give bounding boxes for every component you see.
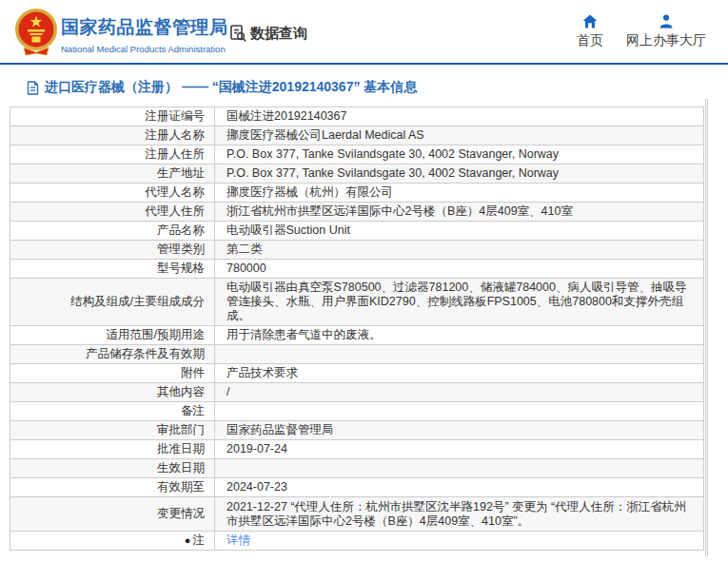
- nav-online-service-hall[interactable]: 网上办事大厅: [620, 14, 712, 49]
- row-value: 挪度医疗器械公司Laerdal Medical AS: [215, 126, 703, 145]
- national-emblem-logo: [14, 8, 58, 57]
- table-row: 适用范围/预期用途用于清除患者气道中的废液。: [10, 326, 703, 345]
- row-value: 780000: [215, 260, 703, 278]
- row-value: 2024-07-23: [215, 478, 703, 496]
- header-divider: [0, 63, 728, 65]
- table-row: 其他内容/: [10, 383, 703, 402]
- table-row: 有效期至2024-07-23: [10, 478, 703, 497]
- info-table: 注册证编号国械注进20192140367注册人名称挪度医疗器械公司Laerdal…: [10, 107, 704, 551]
- row-value: [215, 345, 703, 363]
- row-label: 变更情况: [10, 497, 215, 531]
- table-row: 批准日期2019-07-24: [10, 440, 703, 459]
- row-label: 管理类别: [10, 241, 215, 259]
- nav-hall-label: 网上办事大厅: [626, 32, 706, 49]
- person-icon: [659, 14, 674, 29]
- row-label: 产品储存条件及有效期: [10, 345, 215, 363]
- row-label: 注册人名称: [10, 126, 215, 145]
- data-query-icon: [228, 24, 247, 43]
- table-row: 结构及组成/主要组成成分电动吸引器由真空泵S780500、过滤器781200、储…: [10, 279, 703, 326]
- row-label: 注册证编号: [10, 107, 215, 126]
- row-label: 生效日期: [10, 459, 215, 477]
- row-value: 2021-12-27 “代理人住所：杭州市拱墅区沈半路192号” 变更为 “代理…: [215, 497, 703, 531]
- agency-title-block: 国家药品监督管理局 National Medical Products Admi…: [61, 15, 228, 54]
- table-row: 产品名称电动吸引器Suction Unit: [10, 222, 703, 241]
- table-row: 注册人名称挪度医疗器械公司Laerdal Medical AS: [10, 126, 703, 145]
- data-query-label: 数据查询: [250, 25, 307, 43]
- row-value: /: [215, 383, 703, 401]
- data-query-button[interactable]: 数据查询: [228, 24, 307, 43]
- row-value: 电动吸引器由真空泵S780500、过滤器781200、储液罐784000、病人吸…: [215, 279, 703, 325]
- row-value: 第二类: [215, 241, 703, 259]
- row-value: 详情: [215, 532, 703, 550]
- row-label: 批准日期: [10, 440, 215, 458]
- row-label: 其他内容: [10, 383, 215, 401]
- row-value: [215, 459, 703, 477]
- row-value: 产品技术要求: [215, 364, 703, 382]
- row-value: 国械注进20192140367: [215, 107, 703, 126]
- row-value: 用于清除患者气道中的废液。: [215, 326, 703, 344]
- row-value: P.O. Box 377, Tanke Svilandsgate 30, 400…: [215, 165, 703, 183]
- row-value: 浙江省杭州市拱墅区远洋国际中心2号楼（B座）4层409室、410室: [215, 203, 703, 221]
- row-value: 国家药品监督管理局: [215, 421, 703, 439]
- row-label: 代理人名称: [10, 184, 215, 202]
- row-label: 适用范围/预期用途: [10, 326, 215, 344]
- scrollbar[interactable]: [705, 99, 708, 556]
- table-row: 备注: [10, 402, 703, 421]
- row-label: 审批部门: [10, 421, 215, 439]
- table-row: 产品储存条件及有效期: [10, 345, 703, 364]
- page-title-text: 进口医疗器械（注册） —— “国械注进20192140367” 基本信息: [45, 79, 417, 96]
- nmpa-device-registration-page: 国家药品监督管理局 National Medical Products Admi…: [0, 0, 728, 562]
- table-row: 注册人住所P.O. Box 377, Tanke Svilandsgate 30…: [10, 145, 703, 165]
- row-label: 结构及组成/主要组成成分: [10, 279, 215, 325]
- page-title: 进口医疗器械（注册） —— “国械注进20192140367” 基本信息: [27, 79, 417, 96]
- row-label: 有效期至: [10, 478, 215, 496]
- note-icon: ●: [185, 533, 191, 548]
- row-value: P.O. Box 377, Tanke Svilandsgate 30, 400…: [215, 145, 703, 164]
- row-label: 型号规格: [10, 260, 215, 278]
- table-row: 注册证编号国械注进20192140367: [10, 107, 703, 126]
- table-row: 代理人名称挪度医疗器械（杭州）有限公司: [10, 184, 703, 203]
- agency-name-cn: 国家药品监督管理局: [61, 15, 228, 40]
- table-row: 管理类别第二类: [10, 241, 703, 260]
- row-label: 注册人住所: [10, 145, 215, 164]
- details-link[interactable]: 详情: [226, 533, 250, 548]
- row-label: 备注: [10, 402, 215, 420]
- row-value: [215, 402, 703, 420]
- row-value: 挪度医疗器械（杭州）有限公司: [215, 184, 703, 202]
- table-row: 代理人住所浙江省杭州市拱墅区远洋国际中心2号楼（B座）4层409室、410室: [10, 203, 703, 222]
- table-row: 型号规格780000: [10, 260, 703, 279]
- table-row: 生产地址P.O. Box 377, Tanke Svilandsgate 30,…: [10, 165, 703, 184]
- row-value: 2019-07-24: [215, 440, 703, 458]
- agency-name-en: National Medical Products Administration: [61, 44, 228, 54]
- home-icon: [582, 14, 598, 29]
- table-row: 附件产品技术要求: [10, 364, 703, 383]
- row-label: 产品名称: [10, 222, 215, 240]
- site-header: 国家药品监督管理局 National Medical Products Admi…: [0, 0, 728, 63]
- nav-home[interactable]: 首页: [568, 14, 612, 49]
- table-row: 审批部门国家药品监督管理局: [10, 421, 703, 440]
- row-label: 代理人住所: [10, 203, 215, 221]
- row-value: 电动吸引器Suction Unit: [215, 222, 703, 240]
- row-label: 附件: [10, 364, 215, 382]
- row-label: 生产地址: [10, 165, 215, 183]
- nav-home-label: 首页: [577, 32, 603, 49]
- table-row: 生效日期: [10, 459, 703, 478]
- table-row: 变更情况2021-12-27 “代理人住所：杭州市拱墅区沈半路192号” 变更为…: [10, 497, 703, 532]
- table-row: ●注详情: [10, 532, 703, 551]
- row-label: ●注: [10, 532, 215, 550]
- document-icon: [27, 81, 39, 95]
